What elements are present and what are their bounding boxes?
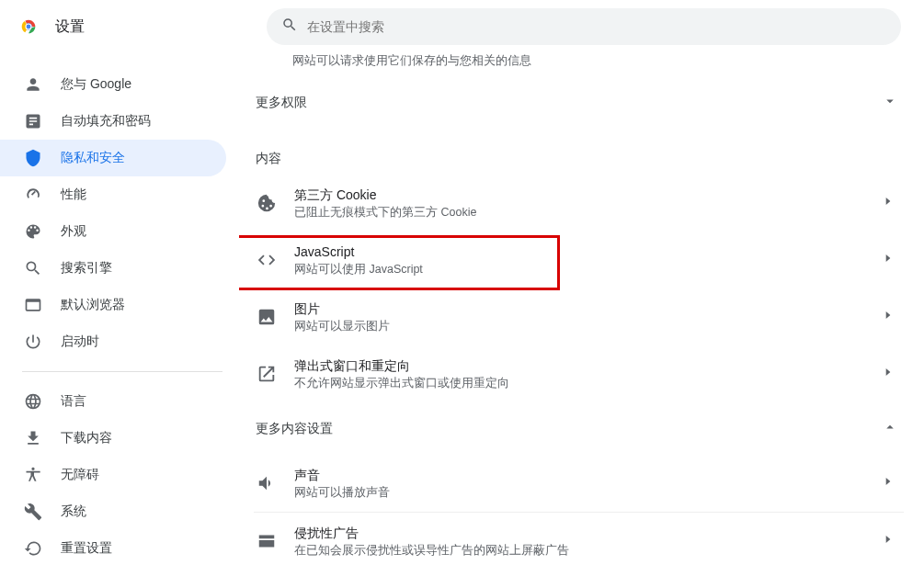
code-icon [256, 250, 278, 270]
chevron-right-icon [882, 533, 898, 549]
download-icon [24, 429, 42, 447]
sidebar-item-performance[interactable]: 性能 [0, 176, 226, 213]
sidebar-item-label: 搜索引擎 [61, 260, 112, 277]
content-item-sub: 在已知会展示侵扰性或误导性广告的网站上屏蔽广告 [294, 542, 865, 559]
chrome-logo-icon [18, 17, 39, 37]
content-item-sub: 已阻止无痕模式下的第三方 Cookie [294, 204, 865, 220]
sidebar-item-label: 自动填充和密码 [61, 113, 151, 130]
accessibility-icon [24, 466, 42, 484]
content-item-title: 图片 [294, 299, 865, 318]
open-in-new-icon [256, 364, 278, 384]
chevron-right-icon [882, 309, 898, 325]
person-icon [24, 75, 42, 94]
sidebar-item-downloads[interactable]: 下载内容 [0, 420, 226, 457]
sidebar-item-label: 语言 [61, 393, 86, 410]
sidebar-item-label: 性能 [61, 186, 86, 203]
main-content: 网站可以请求使用它们保存的与您相关的信息 更多权限 内容 第三方 Cookie … [239, 53, 924, 565]
ads-icon [256, 531, 278, 551]
sidebar-item-accessibility[interactable]: 无障碍 [0, 457, 226, 493]
more-content-label: 更多内容设置 [256, 421, 333, 437]
chevron-right-icon [882, 195, 898, 211]
sidebar-item-label: 外观 [61, 223, 86, 240]
truncated-item-sub: 网站可以请求使用它们保存的与您相关的信息 [254, 53, 904, 76]
image-icon [256, 307, 278, 327]
content-heading: 内容 [254, 129, 904, 175]
content-item-title: 弹出式窗口和重定向 [294, 356, 865, 375]
autofill-icon [24, 112, 42, 130]
globe-icon [24, 392, 42, 411]
content-item-sound[interactable]: 声音 网站可以播放声音 [254, 455, 904, 512]
shield-icon [24, 149, 42, 167]
sidebar-item-label: 系统 [61, 503, 86, 520]
chevron-up-icon [882, 419, 898, 438]
sidebar: 您与 Google 自动填充和密码 隐私和安全 性能 外观 搜索引擎 默认浏览器 [0, 53, 239, 565]
more-permissions-label: 更多权限 [256, 95, 307, 111]
content-item-javascript[interactable]: JavaScript 网站可以使用 JavaScript [254, 232, 904, 288]
search-box[interactable] [267, 8, 901, 45]
speedometer-icon [24, 186, 42, 204]
search-icon [24, 259, 42, 277]
sidebar-item-label: 启动时 [61, 333, 99, 350]
sidebar-item-search-engine[interactable]: 搜索引擎 [0, 250, 226, 287]
content-item-title: 声音 [294, 466, 865, 484]
sidebar-item-language[interactable]: 语言 [0, 383, 226, 420]
chevron-right-icon [882, 475, 898, 492]
content-item-sub: 网站可以播放声音 [294, 484, 865, 501]
content-item-ads[interactable]: 侵扰性广告 在已知会展示侵扰性或误导性广告的网站上屏蔽广告 [254, 513, 904, 565]
more-permissions-row[interactable]: 更多权限 [254, 76, 904, 129]
sidebar-item-you-and-google[interactable]: 您与 Google [0, 66, 226, 103]
more-content-row[interactable]: 更多内容设置 [254, 402, 904, 455]
sidebar-item-label: 您与 Google [61, 76, 131, 93]
sidebar-item-reset[interactable]: 重置设置 [0, 530, 226, 565]
power-icon [24, 333, 42, 351]
content-item-title: 侵扰性广告 [294, 524, 865, 542]
wrench-icon [24, 503, 42, 521]
content-item-title: 第三方 Cookie [294, 186, 865, 204]
content-item-images[interactable]: 图片 网站可以显示图片 [254, 288, 904, 345]
sidebar-item-system[interactable]: 系统 [0, 493, 226, 530]
content-item-sub: 网站可以显示图片 [294, 318, 865, 334]
cookie-icon [256, 193, 278, 213]
sidebar-item-appearance[interactable]: 外观 [0, 213, 226, 250]
content-item-cookies[interactable]: 第三方 Cookie 已阻止无痕模式下的第三方 Cookie [254, 175, 904, 232]
volume-icon [256, 473, 278, 493]
content-item-sub: 网站可以使用 JavaScript [294, 261, 865, 277]
chevron-down-icon [882, 93, 898, 112]
content-item-title: JavaScript [294, 243, 865, 261]
sidebar-item-autofill[interactable]: 自动填充和密码 [0, 103, 226, 140]
sidebar-item-default-browser[interactable]: 默认浏览器 [0, 287, 226, 323]
content-item-popups[interactable]: 弹出式窗口和重定向 不允许网站显示弹出式窗口或使用重定向 [254, 345, 904, 402]
content-item-sub: 不允许网站显示弹出式窗口或使用重定向 [294, 375, 865, 391]
sidebar-item-on-startup[interactable]: 启动时 [0, 323, 226, 360]
sidebar-item-label: 隐私和安全 [61, 150, 125, 166]
restore-icon [24, 539, 42, 558]
search-input[interactable] [307, 19, 886, 34]
sidebar-item-privacy[interactable]: 隐私和安全 [0, 140, 226, 176]
browser-icon [24, 296, 42, 314]
palette-icon [24, 222, 42, 241]
chevron-right-icon [882, 366, 898, 382]
sidebar-item-label: 无障碍 [61, 467, 99, 483]
page-title: 设置 [55, 17, 85, 37]
sidebar-item-label: 下载内容 [61, 430, 112, 446]
chevron-right-icon [882, 252, 898, 268]
search-icon [281, 17, 298, 37]
sidebar-separator [22, 371, 222, 372]
sidebar-item-label: 默认浏览器 [61, 297, 125, 313]
sidebar-item-label: 重置设置 [61, 540, 112, 557]
